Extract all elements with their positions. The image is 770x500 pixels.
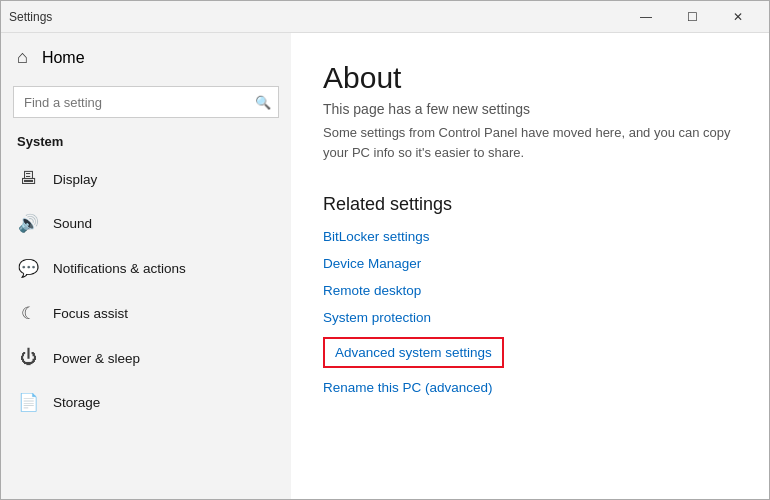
- sidebar-home-label: Home: [42, 49, 85, 67]
- titlebar: Settings — ☐ ✕: [1, 1, 769, 33]
- sidebar-item-notifications-label: Notifications & actions: [53, 261, 186, 276]
- sidebar-item-power-sleep[interactable]: ⏻ Power & sleep: [1, 336, 291, 380]
- sidebar-item-home[interactable]: ⌂ Home: [1, 33, 291, 82]
- rename-pc-link[interactable]: Rename this PC (advanced): [323, 380, 737, 395]
- sidebar: ⌂ Home 🔍 System 🖶 Display 🔊 Sound 💬 Noti: [1, 33, 291, 499]
- page-description: Some settings from Control Panel have mo…: [323, 123, 737, 162]
- related-settings-title: Related settings: [323, 194, 737, 215]
- display-icon: 🖶: [17, 169, 39, 189]
- sidebar-search-container: 🔍: [13, 86, 279, 118]
- storage-icon: 📄: [17, 392, 39, 413]
- content-area: ⌂ Home 🔍 System 🖶 Display 🔊 Sound 💬 Noti: [1, 33, 769, 499]
- page-title: About: [323, 61, 737, 95]
- titlebar-title: Settings: [9, 10, 52, 24]
- search-input[interactable]: [13, 86, 279, 118]
- device-manager-link[interactable]: Device Manager: [323, 256, 737, 271]
- maximize-button[interactable]: ☐: [669, 1, 715, 33]
- notifications-icon: 💬: [17, 258, 39, 279]
- sidebar-item-focus-assist[interactable]: ☾ Focus assist: [1, 291, 291, 336]
- system-section-label: System: [1, 130, 291, 157]
- titlebar-controls: — ☐ ✕: [623, 1, 761, 33]
- bitlocker-link[interactable]: BitLocker settings: [323, 229, 737, 244]
- sidebar-item-sound-label: Sound: [53, 216, 92, 231]
- power-sleep-icon: ⏻: [17, 348, 39, 368]
- sidebar-item-storage-label: Storage: [53, 395, 100, 410]
- minimize-button[interactable]: —: [623, 1, 669, 33]
- settings-window: Settings — ☐ ✕ ⌂ Home 🔍 System 🖶 Displa: [0, 0, 770, 500]
- sidebar-item-display[interactable]: 🖶 Display: [1, 157, 291, 201]
- close-button[interactable]: ✕: [715, 1, 761, 33]
- page-subtitle: This page has a few new settings: [323, 101, 737, 117]
- sidebar-item-sound[interactable]: 🔊 Sound: [1, 201, 291, 246]
- advanced-system-settings-link[interactable]: Advanced system settings: [323, 337, 504, 368]
- focus-assist-icon: ☾: [17, 303, 39, 324]
- sidebar-item-focus-assist-label: Focus assist: [53, 306, 128, 321]
- sidebar-item-notifications[interactable]: 💬 Notifications & actions: [1, 246, 291, 291]
- home-icon: ⌂: [17, 47, 28, 68]
- remote-desktop-link[interactable]: Remote desktop: [323, 283, 737, 298]
- sound-icon: 🔊: [17, 213, 39, 234]
- search-button[interactable]: 🔍: [247, 86, 279, 118]
- search-icon: 🔍: [255, 95, 271, 110]
- system-protection-link[interactable]: System protection: [323, 310, 737, 325]
- sidebar-item-power-sleep-label: Power & sleep: [53, 351, 140, 366]
- sidebar-item-storage[interactable]: 📄 Storage: [1, 380, 291, 425]
- main-content: About This page has a few new settings S…: [291, 33, 769, 499]
- sidebar-item-display-label: Display: [53, 172, 97, 187]
